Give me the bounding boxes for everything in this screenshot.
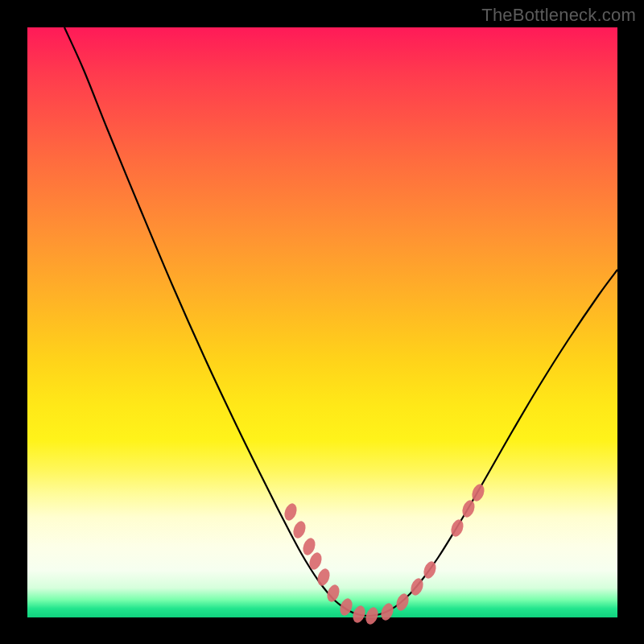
curve-marker <box>379 601 396 621</box>
curve-marker <box>364 605 381 625</box>
curve-svg <box>27 27 617 617</box>
chart-frame: TheBottleneck.com <box>0 0 644 644</box>
curve-marker <box>283 502 299 522</box>
curve-markers-group <box>283 482 487 625</box>
curve-marker <box>460 498 477 518</box>
curve-marker <box>316 567 332 587</box>
curve-marker <box>338 597 355 617</box>
bottleneck-curve <box>64 27 617 616</box>
plot-area <box>27 27 617 617</box>
watermark-text: TheBottleneck.com <box>481 5 636 26</box>
curve-marker <box>351 604 368 624</box>
curve-marker <box>325 583 342 603</box>
curve-marker <box>291 519 308 539</box>
